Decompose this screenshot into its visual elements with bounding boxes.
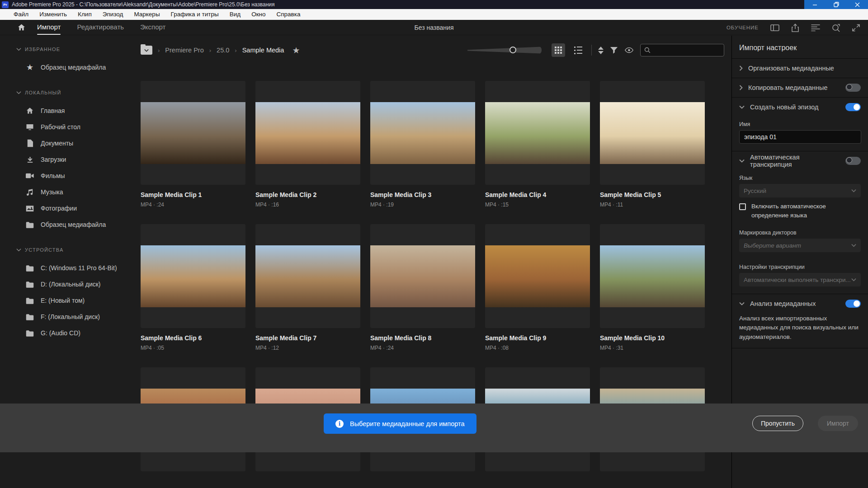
breadcrumb-premiere-pro[interactable]: Premiere Pro xyxy=(165,47,203,54)
clip-tile[interactable] xyxy=(255,224,360,328)
auto-transcription-toggle[interactable] xyxy=(845,157,861,165)
media-browser-folder-icon[interactable] xyxy=(141,46,152,55)
close-icon[interactable] xyxy=(847,0,868,9)
clip-thumbnail xyxy=(600,245,705,307)
new-sequence-toggle[interactable] xyxy=(845,103,861,111)
sort-button[interactable] xyxy=(598,47,604,54)
clip-tile[interactable] xyxy=(255,81,360,185)
sidebar-item-home[interactable]: Главная xyxy=(0,103,138,119)
clip-tile[interactable] xyxy=(485,81,590,185)
clip-tile[interactable] xyxy=(141,81,245,185)
sidebar-item-music[interactable]: Музыка xyxy=(0,184,138,200)
tab-export[interactable]: Экспорт xyxy=(140,20,165,35)
clip-tile[interactable] xyxy=(370,224,475,328)
sidebar-item-downloads[interactable]: Загрузки xyxy=(0,151,138,168)
menu-edit[interactable]: Изменить xyxy=(34,9,72,20)
media-clip-card[interactable]: Sample Media Clip 9 MP4 · :08 xyxy=(485,224,590,351)
media-clip-card[interactable]: Sample Media Clip 10 MP4 · :31 xyxy=(600,224,705,351)
settings-lines-icon[interactable] xyxy=(811,24,820,31)
learning-label[interactable]: ОБУЧЕНИЕ xyxy=(726,25,759,30)
menu-graphics[interactable]: Графика и титры xyxy=(165,9,224,20)
grid-view-button[interactable] xyxy=(552,43,565,57)
clip-tile[interactable] xyxy=(485,224,590,328)
panel-layout-icon[interactable] xyxy=(770,24,779,31)
search-media-icon[interactable] xyxy=(832,23,840,32)
autodetect-checkbox[interactable] xyxy=(739,203,746,210)
organize-media-row[interactable]: Организовать медиаданные xyxy=(732,59,868,78)
breadcrumb-sample-media[interactable]: Sample Media xyxy=(242,47,284,54)
speaker-labeling-dropdown[interactable]: Выберите вариант xyxy=(739,239,861,252)
media-analysis-description: Анализ всех импортированных медиаданных … xyxy=(732,313,868,348)
new-sequence-row[interactable]: Создать новый эпизод xyxy=(732,98,868,117)
search-box[interactable] xyxy=(640,44,724,56)
restore-icon[interactable] xyxy=(826,0,847,9)
media-clip-card[interactable]: Sample Media Clip 4 MP4 · :15 xyxy=(485,81,590,208)
tab-import[interactable]: Импорт xyxy=(37,20,61,35)
media-clip-card[interactable]: Sample Media Clip 7 MP4 · :12 xyxy=(255,224,360,351)
sidebar-item-photos[interactable]: Фотографии xyxy=(0,200,138,216)
sidebar-item-drive-c[interactable]: C: (Windows 11 Pro 64-Bit) xyxy=(0,260,138,276)
minimize-icon[interactable] xyxy=(804,0,826,9)
clip-tile[interactable] xyxy=(370,81,475,185)
clip-tile[interactable] xyxy=(600,81,705,185)
clip-tile[interactable] xyxy=(600,224,705,328)
media-analysis-row[interactable]: Анализ медиаданных xyxy=(732,294,868,313)
menu-file[interactable]: Файл xyxy=(8,9,34,20)
document-icon xyxy=(25,139,34,148)
clip-thumbnail xyxy=(485,245,590,307)
transcription-settings-dropdown[interactable]: Автоматически выполнять транскри... xyxy=(739,273,861,286)
sidebar-item-sample-media-favorite[interactable]: ★ Образец медиафайла xyxy=(0,59,138,75)
media-analysis-toggle[interactable] xyxy=(845,300,861,308)
sidebar-item-drive-g[interactable]: G: (Audio CD) xyxy=(0,325,138,341)
share-icon[interactable] xyxy=(791,23,799,32)
section-local[interactable]: ЛОКАЛЬНЫЙ xyxy=(0,87,138,98)
media-clip-card[interactable]: Sample Media Clip 6 MP4 · :05 xyxy=(141,224,245,351)
menu-view[interactable]: Вид xyxy=(224,9,246,20)
menu-sequence[interactable]: Эпизод xyxy=(97,9,129,20)
image-icon xyxy=(25,204,34,213)
favorite-star-icon[interactable]: ★ xyxy=(292,45,300,56)
preview-eye-button[interactable] xyxy=(624,47,634,53)
clip-tile[interactable] xyxy=(141,224,245,328)
home-icon[interactable] xyxy=(17,23,26,33)
menu-help[interactable]: Справка xyxy=(271,9,306,20)
clip-name: Sample Media Clip 2 xyxy=(255,191,360,199)
auto-transcription-row[interactable]: Автоматическая транскрипция xyxy=(732,151,868,170)
list-view-button[interactable] xyxy=(571,43,585,57)
thumbnail-size-slider[interactable] xyxy=(467,46,542,54)
menu-window[interactable]: Окно xyxy=(246,9,271,20)
search-input[interactable] xyxy=(653,47,717,54)
sidebar-item-documents[interactable]: Документы xyxy=(0,135,138,151)
clip-meta: MP4 · :24 xyxy=(370,345,475,351)
sequence-name-input[interactable] xyxy=(739,130,861,144)
sidebar-item-desktop[interactable]: Рабочий стол xyxy=(0,119,138,135)
media-clip-card[interactable]: Sample Media Clip 2 MP4 · :16 xyxy=(255,81,360,208)
language-dropdown[interactable]: Русский xyxy=(739,184,861,197)
fullscreen-icon[interactable] xyxy=(852,24,860,32)
select-media-notice-button[interactable]: i Выберите медиаданные для импорта xyxy=(324,413,476,434)
sidebar-item-movies[interactable]: Фильмы xyxy=(0,168,138,184)
media-clip-card[interactable]: Sample Media Clip 8 MP4 · :24 xyxy=(370,224,475,351)
skip-button[interactable]: Пропустить xyxy=(752,416,803,431)
copy-media-row[interactable]: Копировать медиаданные xyxy=(732,78,868,97)
media-clip-card[interactable]: Sample Media Clip 3 MP4 · :19 xyxy=(370,81,475,208)
app-header: Импорт Редактировать Экспорт Без названи… xyxy=(0,20,868,35)
breadcrumb-25-0[interactable]: 25.0 xyxy=(217,47,229,54)
sidebar-item-sample-media-folder[interactable]: Образец медиафайла xyxy=(0,216,138,233)
media-clip-card[interactable]: Sample Media Clip 5 MP4 · :11 xyxy=(600,81,705,208)
sidebar-item-drive-d[interactable]: D: (Локальный диск) xyxy=(0,276,138,292)
clip-meta: MP4 · :31 xyxy=(600,345,705,351)
sidebar-item-drive-e[interactable]: E: (Новый том) xyxy=(0,292,138,309)
sidebar-item-drive-f[interactable]: F: (Локальный диск) xyxy=(0,309,138,325)
autodetect-language-row[interactable]: Включить автоматическое определение язык… xyxy=(732,197,868,221)
section-devices[interactable]: УСТРОЙСТВА xyxy=(0,244,138,255)
tab-edit[interactable]: Редактировать xyxy=(77,20,124,35)
section-favorites[interactable]: ИЗБРАННОЕ xyxy=(0,44,138,55)
media-clip-card[interactable]: Sample Media Clip 1 MP4 · :24 xyxy=(141,81,245,208)
import-button[interactable]: Импорт xyxy=(818,416,858,431)
copy-media-toggle[interactable] xyxy=(845,84,861,92)
clip-thumbnail xyxy=(370,102,475,164)
menu-markers[interactable]: Маркеры xyxy=(128,9,165,20)
filter-button[interactable] xyxy=(610,47,618,54)
menu-clip[interactable]: Клип xyxy=(72,9,97,20)
